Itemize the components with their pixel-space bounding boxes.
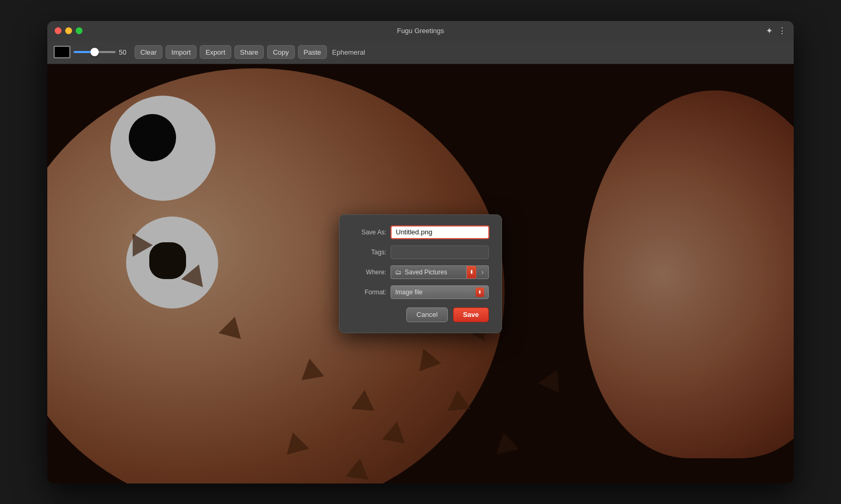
save-as-label: Save As: bbox=[352, 229, 386, 236]
more-options-icon[interactable]: ⋮ bbox=[778, 26, 786, 36]
filename-input[interactable]: Untitled.png bbox=[391, 225, 489, 239]
close-button[interactable] bbox=[55, 27, 61, 34]
titlebar: Fugu Greetings ✦ ⋮ bbox=[47, 21, 794, 41]
extensions-icon[interactable]: ✦ bbox=[766, 26, 773, 36]
where-expand-button[interactable]: › bbox=[476, 265, 489, 279]
canvas-area[interactable]: Save As: Untitled.png Tags: Where: 🗂 Sav… bbox=[47, 64, 794, 484]
format-label: Format: bbox=[352, 289, 386, 296]
window-title: Fugu Greetings bbox=[397, 27, 444, 35]
export-button[interactable]: Export bbox=[200, 45, 231, 59]
slider-container: 50 bbox=[74, 48, 131, 56]
where-spinner[interactable]: ⬍ bbox=[466, 265, 477, 279]
where-selector: 🗂 Saved Pictures ⬍ › bbox=[391, 265, 489, 279]
brush-size-slider[interactable] bbox=[74, 51, 116, 53]
tags-input[interactable] bbox=[391, 245, 489, 259]
slider-value: 50 bbox=[119, 48, 131, 56]
save-as-row: Save As: Untitled.png bbox=[352, 225, 489, 239]
clear-button[interactable]: Clear bbox=[135, 45, 162, 59]
folder-icon: 🗂 bbox=[395, 269, 402, 276]
traffic-lights bbox=[55, 27, 83, 34]
spinner-arrows-icon: ⬍ bbox=[469, 269, 474, 275]
titlebar-actions: ✦ ⋮ bbox=[766, 26, 786, 36]
save-dialog: Save As: Untitled.png Tags: Where: 🗂 Sav… bbox=[339, 214, 502, 333]
toolbar: 50 Clear Import Export Share Copy Paste … bbox=[47, 41, 794, 64]
copy-button[interactable]: Copy bbox=[267, 45, 294, 59]
minimize-button[interactable] bbox=[65, 27, 72, 34]
format-dropdown[interactable]: Image file ⬍ bbox=[391, 285, 489, 299]
format-value: Image file bbox=[395, 289, 423, 296]
dialog-buttons: Cancel Save bbox=[352, 307, 489, 322]
modal-overlay: Save As: Untitled.png Tags: Where: 🗂 Sav… bbox=[47, 64, 794, 484]
share-button[interactable]: Share bbox=[234, 45, 264, 59]
tags-label: Tags: bbox=[352, 249, 386, 256]
main-window: Fugu Greetings ✦ ⋮ 50 Clear Import Expor… bbox=[47, 21, 794, 484]
where-value: Saved Pictures bbox=[405, 269, 447, 276]
ephemeral-label: Ephemeral bbox=[332, 48, 365, 56]
save-button[interactable]: Save bbox=[453, 307, 489, 322]
paste-button[interactable]: Paste bbox=[298, 45, 327, 59]
where-label: Where: bbox=[352, 269, 386, 276]
color-swatch[interactable] bbox=[54, 46, 70, 58]
format-row: Format: Image file ⬍ bbox=[352, 285, 489, 299]
where-dropdown[interactable]: 🗂 Saved Pictures bbox=[391, 265, 466, 279]
format-spinner-icon: ⬍ bbox=[476, 287, 484, 297]
cancel-button[interactable]: Cancel bbox=[406, 307, 447, 322]
where-row: Where: 🗂 Saved Pictures ⬍ › bbox=[352, 265, 489, 279]
maximize-button[interactable] bbox=[76, 27, 83, 34]
tags-row: Tags: bbox=[352, 245, 489, 259]
chevron-down-icon: › bbox=[481, 269, 484, 276]
import-button[interactable]: Import bbox=[166, 45, 197, 59]
